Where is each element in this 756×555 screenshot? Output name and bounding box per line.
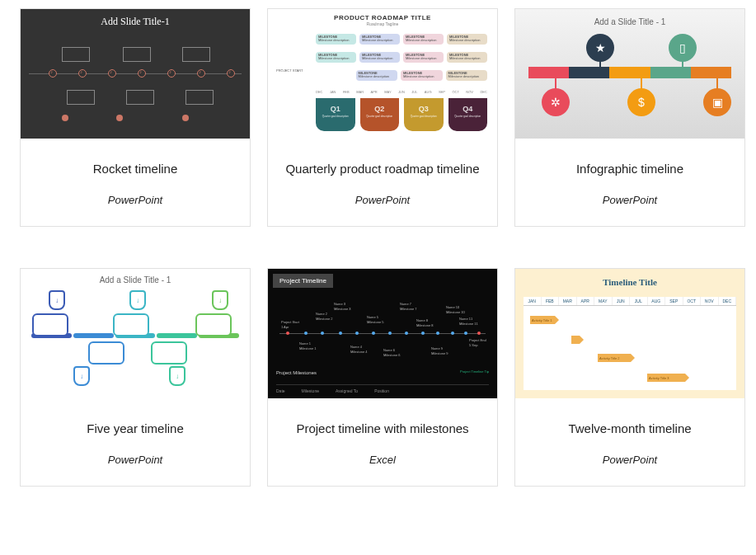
template-app: PowerPoint: [276, 194, 489, 206]
month-axis: DECJANFEBMARAPRMAYJUNJULAUGSEPOCTNOVDEC: [316, 90, 487, 94]
gantt-area: Activity Title 1 Activity Title 2 Activi…: [524, 306, 736, 388]
thumb-subheading: Roadmap Tagline: [268, 21, 497, 26]
template-title: Infographic timeline: [524, 162, 736, 176]
template-card-rocket[interactable]: Add Slide Title-1 Rocket timeline PowerP…: [20, 8, 251, 227]
template-app: PowerPoint: [29, 194, 242, 206]
template-card-roadmap[interactable]: PRODUCT ROADMAP TITLE Roadmap Tagline PR…: [267, 8, 498, 227]
thumb-heading: PRODUCT ROADMAP TITLE: [268, 9, 497, 21]
phone-icon: ▯: [669, 34, 697, 62]
template-card-fiveyear[interactable]: Add a Slide Title - 1 ↓↓↓ ↓↓ Five year t…: [20, 268, 251, 487]
template-app: PowerPoint: [29, 454, 242, 466]
thumb-heading: Add a Slide Title - 1: [21, 269, 250, 285]
thumbnail: Add a Slide Title - 1 ↓↓↓ ↓↓: [21, 269, 250, 398]
template-card-twelve[interactable]: Timeline Title JAN FEB MAR APR MAY JUN J…: [514, 268, 745, 487]
thumbnail: Timeline Title JAN FEB MAR APR MAY JUN J…: [515, 269, 744, 398]
template-title: Twelve-month timeline: [524, 421, 736, 435]
template-grid: Add Slide Title-1 Rocket timeline PowerP…: [0, 0, 756, 511]
template-title: Rocket timeline: [29, 162, 242, 176]
template-app: Excel: [276, 454, 489, 466]
template-card-project[interactable]: Project Timeline Project Start 1 Apr Nam…: [267, 268, 498, 487]
template-card-infographic[interactable]: Add a Slide Title - 1 ✲ ★ $ ▯ ▣ Infograp…: [514, 8, 745, 227]
thumb-heading: Add a Slide Title - 1: [515, 9, 744, 26]
thumbnail: PRODUCT ROADMAP TITLE Roadmap Tagline PR…: [268, 9, 497, 139]
template-app: PowerPoint: [524, 194, 736, 206]
thumb-heading: Add Slide Title-1: [21, 9, 250, 28]
template-app: PowerPoint: [524, 454, 736, 466]
thumbnail: Project Timeline Project Start 1 Apr Nam…: [268, 269, 497, 398]
thumb-subheading: Project Milestones: [276, 370, 317, 375]
template-title: Five year timeline: [29, 421, 242, 435]
template-title: Quarterly product roadmap timeline: [276, 162, 489, 176]
gear-icon: ✲: [542, 88, 570, 116]
star-icon: ★: [586, 34, 614, 62]
thumb-heading: Timeline Title: [515, 269, 744, 287]
picture-icon: ▣: [703, 88, 731, 116]
thumbnail: Add Slide Title-1: [21, 9, 250, 139]
template-title: Project timeline with milestones: [276, 421, 489, 435]
thumb-heading: Project Timeline: [273, 274, 333, 288]
dollar-icon: $: [627, 88, 655, 116]
thumbnail: Add a Slide Title - 1 ✲ ★ $ ▯ ▣: [515, 9, 744, 139]
